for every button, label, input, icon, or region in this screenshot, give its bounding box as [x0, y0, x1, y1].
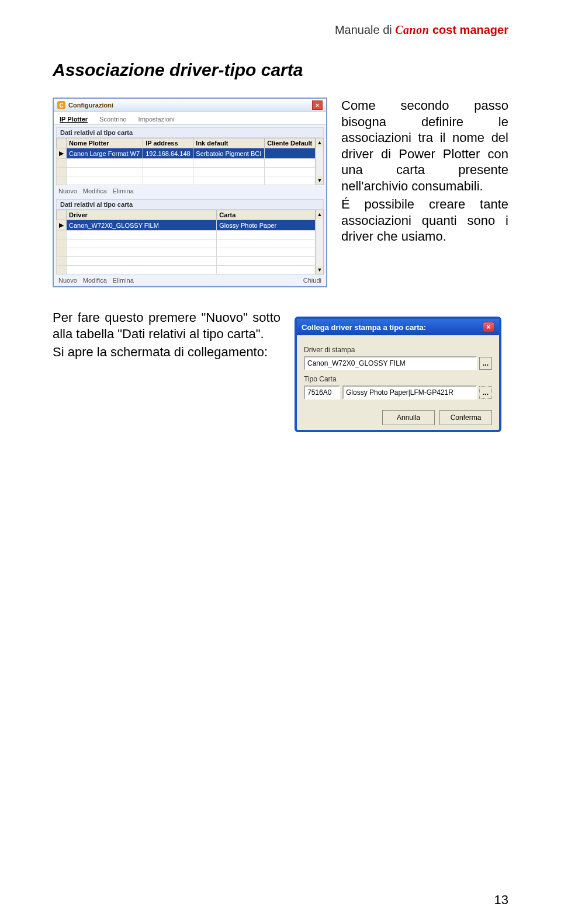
cell-driver: Canon_W72X0_GLOSSY FILM: [67, 220, 217, 231]
cell-nome-plotter: Canon Large Format W7: [67, 148, 143, 159]
close-icon[interactable]: ×: [483, 322, 494, 332]
grid-driver-carta: Driver Carta ▶ Canon_W72X0_GLOSSY FILM G…: [56, 210, 316, 275]
window-titlebar: C Configurazioni ×: [54, 99, 326, 112]
nuovo-button[interactable]: Nuovo: [58, 187, 77, 194]
paragraph-2b: Si apre la schermata di collegamento:: [53, 344, 280, 360]
scrollbar[interactable]: ▲ ▼: [316, 210, 324, 275]
browse-carta-button[interactable]: ...: [479, 386, 492, 399]
tab-impostazioni[interactable]: Impostazioni: [136, 114, 177, 124]
grid2-label: Dati relativi al tipo carta: [56, 199, 324, 210]
grid2-buttons: Nuovo Modifica Elimina Chiudi: [54, 275, 326, 286]
close-icon[interactable]: ×: [312, 100, 323, 110]
table-row[interactable]: [57, 257, 316, 266]
tab-ip-plotter[interactable]: IP Plotter: [57, 114, 90, 124]
col-ip-address[interactable]: IP address: [143, 138, 193, 148]
paragraph-2: Per fare questo premere "Nuovo" sotto al…: [53, 310, 280, 342]
cell-cliente: [265, 148, 316, 159]
scrollbar[interactable]: ▲ ▼: [316, 138, 324, 185]
col-nome-plotter[interactable]: Nome Plotter: [67, 138, 143, 148]
header-prefix: Manuale di: [335, 23, 395, 36]
col-ink-default[interactable]: Ink default: [193, 138, 265, 148]
modifica-button[interactable]: Modifica: [83, 187, 107, 194]
tabs: IP Plotter Scontrino Impostazioni: [54, 112, 326, 125]
table-row[interactable]: [57, 266, 316, 275]
product-name: cost manager: [432, 23, 508, 36]
table-row[interactable]: [57, 239, 316, 248]
grid1-label: Dati relativi al tipo carta: [56, 127, 324, 138]
config-window: C Configurazioni × IP Plotter Scontrino …: [53, 98, 327, 287]
table-row[interactable]: [57, 248, 316, 257]
cell-carta: Glossy Photo Paper: [217, 220, 316, 231]
cell-ip: 192.168.64.148: [143, 148, 193, 159]
paragraph-1: Come secondo passo bisogna definire le a…: [341, 98, 508, 194]
col-driver[interactable]: Driver: [67, 210, 217, 220]
grid-ip-plotter: Nome Plotter IP address Ink default Clie…: [56, 138, 316, 185]
scroll-down-icon[interactable]: ▼: [316, 176, 323, 185]
table-row[interactable]: ▶ Canon_W72X0_GLOSSY FILM Glossy Photo P…: [57, 220, 316, 231]
table-row[interactable]: ▶ Canon Large Format W7 192.168.64.148 S…: [57, 148, 316, 159]
page-number: 13: [494, 892, 508, 908]
dialog-title: Collega driver stampa a tipo carta:: [302, 323, 426, 332]
modifica-button[interactable]: Modifica: [83, 277, 107, 284]
carta-code-input[interactable]: [304, 385, 340, 400]
paragraph-1b: É possibile creare tante associazioni qu…: [341, 196, 508, 245]
brand-logo-text: Canon: [395, 23, 429, 36]
col-cliente-default[interactable]: Cliente Default: [265, 138, 316, 148]
dialog-titlebar: Collega driver stampa a tipo carta: ×: [297, 319, 499, 335]
section-heading: Associazione driver-tipo carta: [53, 60, 508, 80]
tab-scontrino[interactable]: Scontrino: [97, 114, 129, 124]
cell-ink: Serbatoio Pigment BCI: [193, 148, 265, 159]
nuovo-button[interactable]: Nuovo: [58, 277, 77, 284]
confirm-button[interactable]: Conferma: [439, 410, 492, 425]
grid1-buttons: Nuovo Modifica Elimina: [54, 185, 326, 197]
table-row[interactable]: [57, 168, 316, 176]
chiudi-button[interactable]: Chiudi: [303, 277, 321, 284]
link-driver-dialog: Collega driver stampa a tipo carta: × Dr…: [295, 317, 501, 432]
elimina-button[interactable]: Elimina: [113, 277, 134, 284]
browse-driver-button[interactable]: ...: [479, 357, 492, 370]
window-title: Configurazioni: [68, 102, 113, 109]
scroll-up-icon[interactable]: ▲: [316, 210, 323, 218]
cancel-button[interactable]: Annulla: [382, 410, 435, 425]
label-carta: Tipo Carta: [304, 375, 492, 383]
row-indicator-icon: ▶: [57, 220, 67, 231]
row-indicator-icon: ▶: [57, 148, 67, 159]
label-driver: Driver di stampa: [304, 346, 492, 354]
doc-header: Manuale di Canon cost manager: [53, 23, 508, 37]
scroll-up-icon[interactable]: ▲: [316, 138, 323, 147]
table-row[interactable]: [57, 231, 316, 239]
carta-name-input[interactable]: [342, 385, 477, 400]
col-carta[interactable]: Carta: [217, 210, 316, 220]
table-row[interactable]: [57, 176, 316, 185]
app-icon: C: [57, 101, 65, 109]
elimina-button[interactable]: Elimina: [113, 187, 134, 194]
scroll-down-icon[interactable]: ▼: [316, 266, 323, 274]
table-row[interactable]: [57, 159, 316, 168]
driver-input[interactable]: [304, 356, 477, 370]
